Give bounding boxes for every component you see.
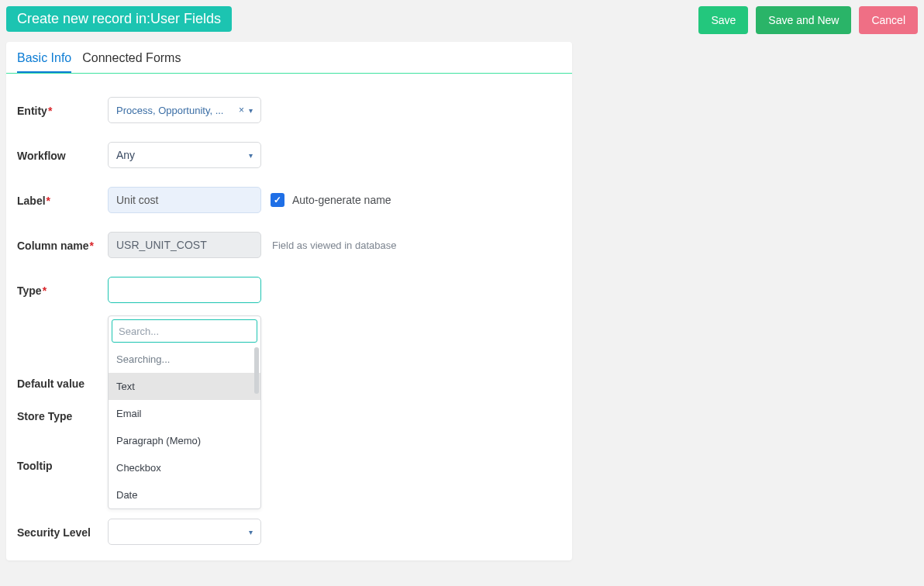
tab-basic-info[interactable]: Basic Info — [17, 51, 71, 73]
security-level-label: Security Level — [17, 525, 108, 539]
tab-connected-forms[interactable]: Connected Forms — [82, 51, 181, 73]
required-star-icon: * — [43, 284, 47, 297]
cancel-button[interactable]: Cancel — [859, 6, 918, 34]
type-dropdown: Searching... Text Email Paragraph (Memo)… — [108, 315, 261, 509]
dropdown-status: Searching... — [109, 346, 260, 373]
default-value-label: Default value — [17, 376, 108, 390]
label-field-label: Label* — [17, 193, 108, 207]
column-name-hint: Field as viewed in database — [272, 240, 396, 251]
type-select[interactable] — [108, 277, 261, 303]
chevron-down-icon: ▾ — [249, 528, 253, 536]
type-option-checkbox[interactable]: Checkbox — [109, 454, 260, 481]
form-card: Basic Info Connected Forms Entity* Proce… — [6, 42, 572, 560]
workflow-select[interactable]: Any ▾ — [108, 142, 261, 168]
type-options-list: Searching... Text Email Paragraph (Memo)… — [109, 346, 260, 508]
label-input[interactable] — [108, 187, 261, 213]
save-and-new-button[interactable]: Save and New — [756, 6, 851, 34]
scrollbar-thumb[interactable] — [254, 347, 259, 394]
autogenerate-label: Auto-generate name — [292, 194, 391, 206]
column-name-label: Column name* — [17, 238, 108, 252]
required-star-icon: * — [47, 195, 50, 207]
column-name-input[interactable] — [108, 232, 261, 258]
entity-select[interactable]: Process, Opportunity, ... × ▾ — [108, 97, 261, 123]
save-button[interactable]: Save — [698, 6, 748, 34]
workflow-label: Workflow — [17, 148, 108, 162]
chevron-down-icon: ▾ — [249, 151, 253, 160]
entity-value: Process, Opportunity, ... — [116, 105, 223, 116]
required-star-icon: * — [48, 105, 52, 117]
type-search-input[interactable] — [112, 319, 257, 343]
chevron-down-icon: ▾ — [249, 106, 253, 115]
type-option-email[interactable]: Email — [109, 400, 260, 427]
type-label: Type* — [17, 283, 108, 297]
type-option-paragraph[interactable]: Paragraph (Memo) — [109, 427, 260, 454]
entity-label: Entity* — [17, 103, 108, 117]
tab-strip: Basic Info Connected Forms — [6, 42, 572, 74]
store-type-label: Store Type — [17, 408, 108, 422]
workflow-value: Any — [116, 149, 135, 161]
tooltip-label: Tooltip — [17, 441, 108, 472]
type-option-text[interactable]: Text — [109, 373, 260, 400]
clear-entity-icon[interactable]: × — [239, 105, 244, 115]
page-title-badge: Create new record in:User Fields — [6, 6, 232, 32]
header-action-buttons: Save Save and New Cancel — [698, 6, 918, 34]
required-star-icon: * — [90, 240, 94, 252]
type-option-date[interactable]: Date — [109, 481, 260, 508]
security-level-select[interactable]: ▾ — [108, 519, 261, 545]
autogenerate-checkbox[interactable]: ✓ — [271, 193, 284, 207]
